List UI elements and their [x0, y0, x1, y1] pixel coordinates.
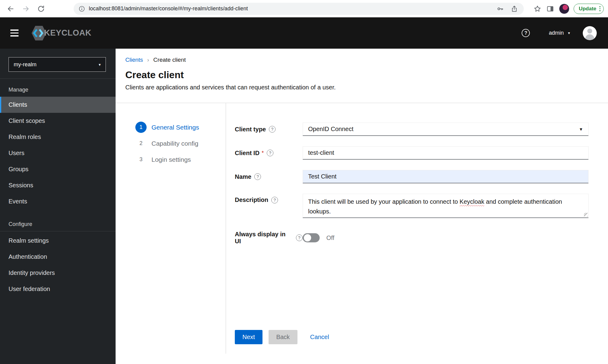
sidebar: my-realm ▾ Manage Clients Client scopes …	[0, 49, 116, 364]
divider	[0, 78, 116, 79]
page-header: Clients › Create client Create client Cl…	[116, 49, 608, 103]
back-icon[interactable]	[3, 3, 18, 15]
help-icon[interactable]: ?	[271, 197, 278, 203]
help-icon[interactable]: ?	[254, 173, 261, 180]
realm-name: my-realm	[14, 61, 36, 68]
update-label: Update	[579, 6, 596, 12]
client-type-label: Client type	[235, 126, 266, 133]
description-label: Description	[235, 196, 268, 203]
sidebar-item-groups[interactable]: Groups	[0, 161, 116, 177]
user-menu[interactable]: admin ▾	[549, 30, 570, 36]
step-number: 3	[135, 154, 147, 165]
wizard-step-general-settings[interactable]: 1 General Settings	[135, 122, 226, 133]
description-text: This client will be used by your applica…	[308, 198, 460, 205]
breadcrumb-clients-link[interactable]: Clients	[125, 57, 143, 63]
wizard-step-login-settings[interactable]: 3 Login settings	[135, 154, 226, 165]
reload-icon[interactable]	[33, 3, 49, 15]
step-label: Capability config	[151, 140, 198, 147]
toggle-state-label: Off	[326, 234, 334, 241]
help-icon[interactable]: ?	[267, 150, 273, 156]
resize-handle-icon[interactable]	[584, 213, 588, 217]
name-row: Name ?	[235, 170, 589, 183]
misspelled-word: Keycloak	[460, 198, 484, 205]
sidebar-item-sessions[interactable]: Sessions	[0, 177, 116, 193]
client-id-input[interactable]	[303, 146, 589, 160]
client-type-select[interactable]: OpenID Connect ▼	[303, 123, 589, 136]
main-content: Clients › Create client Create client Cl…	[116, 49, 608, 364]
chevron-right-icon: ›	[147, 57, 149, 63]
realm-selector[interactable]: my-realm ▾	[9, 57, 106, 72]
wizard: 1 General Settings 2 Capability config 3…	[116, 103, 608, 354]
description-textarea[interactable]: This client will be used by your applica…	[303, 194, 589, 218]
masthead: KEYCLOAK ? admin ▾	[0, 17, 608, 49]
keycloak-logo[interactable]: KEYCLOAK	[31, 25, 92, 41]
browser-menu-icon[interactable]	[599, 6, 601, 11]
breadcrumb: Clients › Create client	[125, 57, 608, 63]
next-button[interactable]: Next	[235, 330, 262, 344]
help-icon[interactable]: ?	[522, 29, 530, 37]
brand-text: KEYCLOAK	[44, 28, 92, 38]
sidebar-section-manage: Manage	[9, 87, 116, 93]
sidebar-item-realm-settings[interactable]: Realm settings	[0, 233, 116, 249]
description-row: Description ? This client will be used b…	[235, 194, 589, 218]
always-display-row: Always display in UI ? Off	[235, 231, 589, 245]
help-icon[interactable]: ?	[296, 234, 303, 241]
masthead-actions: ? admin ▾	[522, 26, 597, 40]
sidebar-item-authentication[interactable]: Authentication	[0, 249, 116, 265]
chevron-down-icon: ▾	[568, 31, 570, 35]
sidebar-item-client-scopes[interactable]: Client scopes	[0, 113, 116, 129]
back-button[interactable]: Back	[269, 330, 297, 344]
step-label: Login settings	[151, 156, 191, 163]
browser-profile-avatar[interactable]	[559, 4, 569, 14]
site-info-icon[interactable]	[78, 5, 85, 12]
caret-down-icon: ▼	[579, 127, 583, 132]
share-icon[interactable]	[510, 5, 518, 13]
sidebar-section-configure: Configure	[9, 221, 116, 227]
sidebar-item-users[interactable]: Users	[0, 145, 116, 161]
username: admin	[549, 30, 564, 36]
side-panel-icon[interactable]	[546, 4, 555, 13]
always-display-label: Always display in UI	[235, 231, 293, 245]
wizard-steps: 1 General Settings 2 Capability config 3…	[116, 103, 226, 354]
sidebar-item-clients[interactable]: Clients	[0, 97, 116, 113]
sidebar-item-events[interactable]: Events	[0, 193, 116, 210]
wizard-footer: Next Back Cancel	[235, 330, 589, 344]
step-number: 1	[135, 122, 147, 133]
screen: localhost:8081/admin/master/console/#/my…	[0, 0, 608, 364]
always-display-toggle[interactable]	[303, 233, 320, 242]
update-button[interactable]: Update	[574, 4, 604, 14]
client-type-row: Client type ? OpenID Connect ▼	[235, 123, 589, 136]
bookmark-star-icon[interactable]	[533, 4, 542, 13]
client-id-row: Client ID * ?	[235, 146, 589, 160]
step-label: General Settings	[151, 124, 199, 131]
nav-toggle-icon[interactable]	[9, 28, 20, 38]
client-type-value: OpenID Connect	[308, 126, 353, 133]
client-id-label: Client ID	[235, 150, 259, 157]
step-number: 2	[135, 138, 147, 149]
browser-toolbar: localhost:8081/admin/master/console/#/my…	[0, 0, 608, 17]
url-text[interactable]: localhost:8081/admin/master/console/#/my…	[89, 5, 490, 12]
password-key-icon[interactable]	[496, 5, 504, 13]
forward-icon[interactable]	[18, 3, 33, 15]
page-title: Create client	[125, 69, 608, 81]
avatar[interactable]	[583, 26, 597, 40]
sidebar-item-identity-providers[interactable]: Identity providers	[0, 265, 116, 281]
sidebar-item-realm-roles[interactable]: Realm roles	[0, 129, 116, 145]
breadcrumb-current: Create client	[153, 57, 186, 63]
help-icon[interactable]: ?	[269, 126, 276, 133]
name-label: Name	[235, 173, 251, 180]
wizard-form: Client type ? OpenID Connect ▼ Client ID…	[226, 103, 608, 354]
sidebar-item-user-federation[interactable]: User federation	[0, 281, 116, 297]
required-indicator: *	[262, 150, 264, 156]
name-input[interactable]	[303, 170, 589, 183]
cancel-button[interactable]: Cancel	[310, 330, 329, 344]
url-bar[interactable]: localhost:8081/admin/master/console/#/my…	[74, 3, 524, 15]
chevron-down-icon: ▾	[99, 62, 101, 67]
page-subtitle: Clients are applications and services th…	[125, 84, 608, 91]
wizard-step-capability-config[interactable]: 2 Capability config	[135, 138, 226, 149]
browser-actions: Update	[529, 4, 604, 14]
divider	[0, 231, 116, 231]
